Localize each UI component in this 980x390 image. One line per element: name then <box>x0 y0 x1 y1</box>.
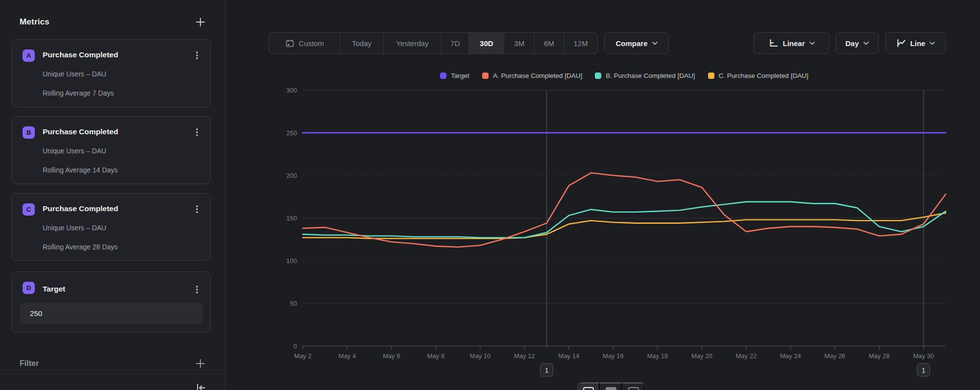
metric-card-list: APurchase CompletedUnique Users – DAURol… <box>11 39 211 333</box>
metric-rolling-average: Rolling Average 28 Days <box>43 243 118 251</box>
x-axis-label: May 16 <box>603 352 624 360</box>
metrics-title: Metrics <box>20 17 49 27</box>
chevron-down-icon <box>809 42 815 45</box>
plus-icon <box>195 17 206 27</box>
metric-title: Purchase Completed <box>43 127 118 136</box>
collapse-sidebar-icon <box>195 382 207 390</box>
x-axis-label: May 6 <box>383 352 400 360</box>
kebab-icon <box>196 128 198 130</box>
table-view-toggle[interactable] <box>600 383 622 390</box>
range-label: 30D <box>480 39 493 48</box>
scale-select-button[interactable]: Linear <box>754 32 830 54</box>
metric-card[interactable]: BPurchase CompletedUnique Users – DAURol… <box>11 116 211 184</box>
scale-label: Linear <box>783 39 805 48</box>
add-metric-button[interactable] <box>195 17 206 27</box>
kebab-icon <box>196 54 198 56</box>
metric-title: Purchase Completed <box>43 204 118 213</box>
range-12m[interactable]: 12M <box>564 33 597 53</box>
metric-rolling-average: Rolling Average 7 Days <box>43 89 114 97</box>
metric-measurement: Unique Users – DAU <box>43 70 106 78</box>
metric-options-button[interactable] <box>191 126 203 139</box>
filter-title: Filter <box>20 359 39 368</box>
chart-type-button[interactable]: Line <box>885 32 946 54</box>
chart-type-label: Line <box>910 39 926 48</box>
target-card[interactable]: DTarget <box>11 271 211 333</box>
metric-view-toggle[interactable] <box>622 383 645 390</box>
metrics-sidebar: Metrics APurchase CompletedUnique Users … <box>0 0 225 390</box>
range-label: 7D <box>450 39 460 48</box>
kebab-icon <box>196 131 198 133</box>
interval-label: Day <box>845 39 859 48</box>
metric-letter-badge: B <box>23 126 35 139</box>
metric-card[interactable]: APurchase CompletedUnique Users – DAURol… <box>11 39 211 107</box>
line-chart: 050100150200250300May 2May 4May 6May 8Ma… <box>274 64 980 390</box>
filter-section: Filter <box>20 356 206 371</box>
y-axis-label: 300 <box>286 87 297 94</box>
chevron-down-icon <box>863 42 869 45</box>
kebab-icon <box>196 211 198 213</box>
table-view-icon <box>605 387 617 390</box>
target-value-input[interactable] <box>20 303 203 324</box>
add-filter-button[interactable] <box>195 358 206 369</box>
x-axis-label: May 26 <box>824 352 845 360</box>
y-axis-label: 250 <box>286 129 297 137</box>
range-30d[interactable]: 30D <box>468 33 504 53</box>
metric-options-button[interactable] <box>191 49 203 62</box>
kebab-icon <box>196 134 198 136</box>
x-axis-label: May 14 <box>559 352 580 360</box>
kebab-icon <box>196 51 198 53</box>
kebab-icon <box>196 289 198 291</box>
x-axis-label: May 4 <box>339 352 356 360</box>
x-axis-label: May 30 <box>913 352 934 360</box>
annotation-badge-label: 1 <box>922 366 926 374</box>
axis-scale-icon <box>768 38 778 48</box>
metric-view-icon <box>628 387 639 390</box>
x-axis-label: May 28 <box>869 352 890 360</box>
range-3m[interactable]: 3M <box>504 33 534 53</box>
metric-card[interactable]: CPurchase CompletedUnique Users – DAURol… <box>11 193 211 261</box>
x-axis-label: May 2 <box>294 352 311 360</box>
metric-options-button[interactable] <box>191 203 203 216</box>
target-options-button[interactable] <box>191 283 203 296</box>
metric-rolling-average: Rolling Average 14 Days <box>43 166 118 174</box>
range-label: 6M <box>544 39 554 48</box>
sidebar-divider <box>0 374 225 374</box>
range-6m[interactable]: 6M <box>534 33 564 53</box>
range-today[interactable]: Today <box>340 33 383 53</box>
chart-view-switcher <box>577 382 645 390</box>
y-axis-label: 150 <box>286 215 297 222</box>
compare-button[interactable]: Compare <box>604 32 669 54</box>
plus-icon <box>195 358 206 369</box>
range-label: Yesterday <box>396 39 428 48</box>
x-axis-label: May 12 <box>514 352 535 360</box>
line-chart-icon <box>896 38 906 48</box>
range-yesterday[interactable]: Yesterday <box>383 33 441 53</box>
y-axis-label: 100 <box>286 257 297 265</box>
x-axis-label: May 10 <box>470 352 491 360</box>
range-custom[interactable]: Custom <box>269 33 340 53</box>
x-axis-label: May 20 <box>691 352 712 360</box>
collapse-sidebar-button[interactable] <box>195 382 207 390</box>
x-axis-label: May 24 <box>780 352 801 360</box>
range-7d[interactable]: 7D <box>441 33 468 53</box>
compare-label: Compare <box>615 39 647 48</box>
chevron-down-icon <box>652 42 658 45</box>
metrics-header: Metrics <box>20 15 206 29</box>
range-label: Custom <box>299 39 324 48</box>
kebab-icon <box>196 286 198 288</box>
metric-title: Purchase Completed <box>43 50 118 59</box>
series-line-C <box>303 213 946 239</box>
y-axis-label: 0 <box>294 342 297 350</box>
target-title: Target <box>43 285 65 293</box>
kebab-icon <box>196 205 198 207</box>
range-label: 12M <box>573 39 588 48</box>
y-axis-label: 50 <box>290 300 297 307</box>
calendar-icon <box>285 39 294 48</box>
metric-measurement: Unique Users – DAU <box>43 224 106 232</box>
line-view-toggle[interactable] <box>578 383 600 390</box>
kebab-icon <box>196 292 198 293</box>
metric-measurement: Unique Users – DAU <box>43 147 106 155</box>
y-axis-label: 200 <box>286 172 297 179</box>
annotation-badge-label: 1 <box>545 366 549 374</box>
interval-select-button[interactable]: Day <box>835 32 879 54</box>
